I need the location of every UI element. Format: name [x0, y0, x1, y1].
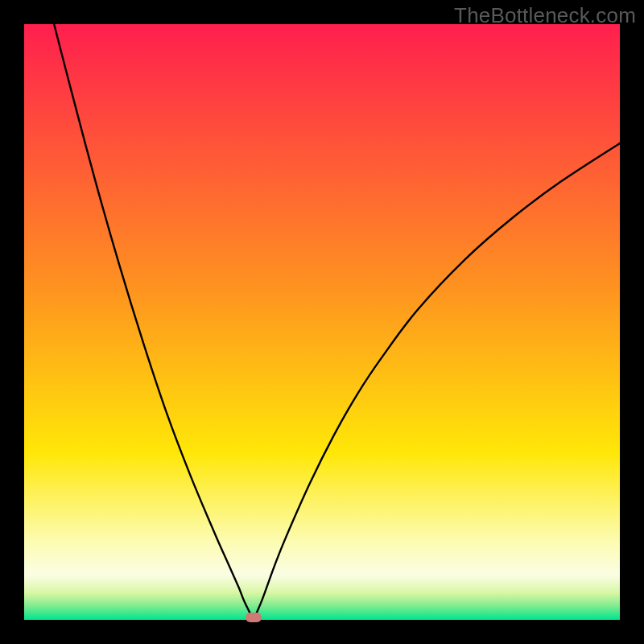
plot-svg [24, 24, 620, 620]
gradient-background [24, 24, 620, 620]
plot-area [24, 24, 620, 620]
chart-container: TheBottleneck.com [0, 0, 644, 644]
optimum-marker [246, 613, 262, 622]
